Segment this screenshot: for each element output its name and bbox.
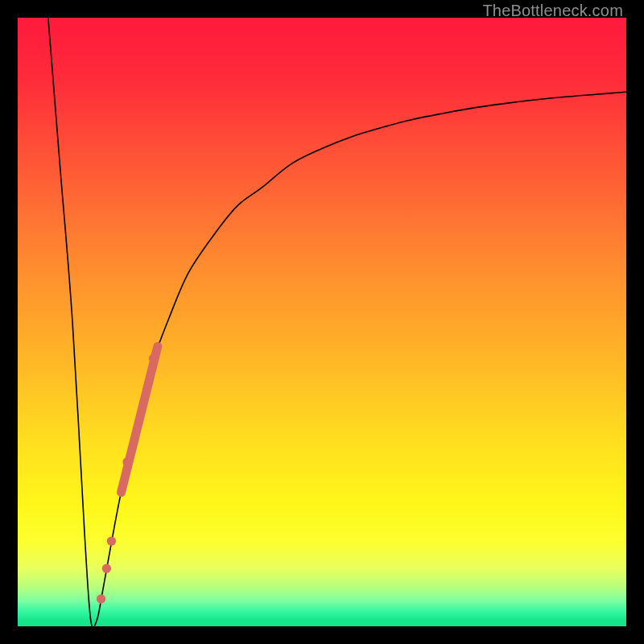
marker-dot	[97, 594, 105, 603]
chart-frame: TheBottleneck.com	[0, 0, 644, 644]
marker-dot	[122, 457, 131, 466]
marker-dot	[149, 354, 158, 363]
plot-area	[18, 18, 626, 626]
bottleneck-curve	[48, 18, 626, 626]
marker-thick-segment	[122, 346, 158, 492]
highlighted-markers	[97, 346, 158, 603]
marker-dot	[102, 564, 111, 573]
curve-layer	[18, 18, 626, 626]
marker-dot	[107, 536, 116, 545]
